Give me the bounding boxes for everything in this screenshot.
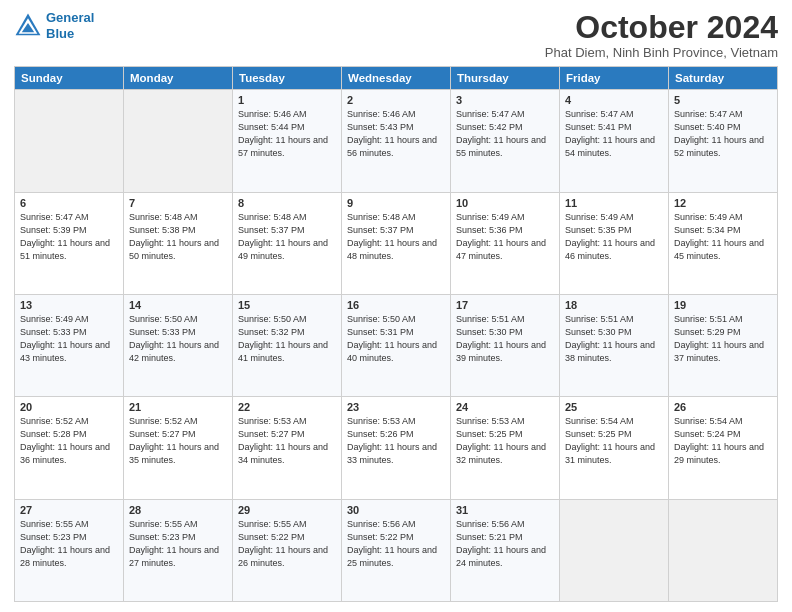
calendar-cell: 25Sunrise: 5:54 AM Sunset: 5:25 PM Dayli… bbox=[560, 397, 669, 499]
day-info: Sunrise: 5:55 AM Sunset: 5:23 PM Dayligh… bbox=[129, 518, 227, 570]
calendar-cell: 2Sunrise: 5:46 AM Sunset: 5:43 PM Daylig… bbox=[342, 90, 451, 192]
calendar-week-row: 6Sunrise: 5:47 AM Sunset: 5:39 PM Daylig… bbox=[15, 192, 778, 294]
day-info: Sunrise: 5:53 AM Sunset: 5:27 PM Dayligh… bbox=[238, 415, 336, 467]
day-info: Sunrise: 5:47 AM Sunset: 5:42 PM Dayligh… bbox=[456, 108, 554, 160]
calendar-cell: 1Sunrise: 5:46 AM Sunset: 5:44 PM Daylig… bbox=[233, 90, 342, 192]
day-number: 25 bbox=[565, 401, 663, 413]
calendar-cell: 13Sunrise: 5:49 AM Sunset: 5:33 PM Dayli… bbox=[15, 294, 124, 396]
day-info: Sunrise: 5:51 AM Sunset: 5:29 PM Dayligh… bbox=[674, 313, 772, 365]
day-info: Sunrise: 5:47 AM Sunset: 5:41 PM Dayligh… bbox=[565, 108, 663, 160]
calendar-cell bbox=[15, 90, 124, 192]
calendar-cell: 15Sunrise: 5:50 AM Sunset: 5:32 PM Dayli… bbox=[233, 294, 342, 396]
calendar-body: 1Sunrise: 5:46 AM Sunset: 5:44 PM Daylig… bbox=[15, 90, 778, 602]
day-info: Sunrise: 5:48 AM Sunset: 5:38 PM Dayligh… bbox=[129, 211, 227, 263]
day-info: Sunrise: 5:48 AM Sunset: 5:37 PM Dayligh… bbox=[238, 211, 336, 263]
weekday-header: Wednesday bbox=[342, 67, 451, 90]
day-number: 6 bbox=[20, 197, 118, 209]
logo-text: General Blue bbox=[46, 10, 94, 41]
weekday-header: Saturday bbox=[669, 67, 778, 90]
day-info: Sunrise: 5:46 AM Sunset: 5:44 PM Dayligh… bbox=[238, 108, 336, 160]
logo-line2: Blue bbox=[46, 26, 74, 41]
calendar-cell: 5Sunrise: 5:47 AM Sunset: 5:40 PM Daylig… bbox=[669, 90, 778, 192]
day-number: 11 bbox=[565, 197, 663, 209]
calendar-cell: 14Sunrise: 5:50 AM Sunset: 5:33 PM Dayli… bbox=[124, 294, 233, 396]
calendar-cell: 30Sunrise: 5:56 AM Sunset: 5:22 PM Dayli… bbox=[342, 499, 451, 601]
calendar-cell: 17Sunrise: 5:51 AM Sunset: 5:30 PM Dayli… bbox=[451, 294, 560, 396]
calendar-cell: 20Sunrise: 5:52 AM Sunset: 5:28 PM Dayli… bbox=[15, 397, 124, 499]
day-number: 9 bbox=[347, 197, 445, 209]
day-number: 1 bbox=[238, 94, 336, 106]
calendar-cell: 23Sunrise: 5:53 AM Sunset: 5:26 PM Dayli… bbox=[342, 397, 451, 499]
day-info: Sunrise: 5:53 AM Sunset: 5:25 PM Dayligh… bbox=[456, 415, 554, 467]
day-info: Sunrise: 5:56 AM Sunset: 5:21 PM Dayligh… bbox=[456, 518, 554, 570]
calendar-cell: 28Sunrise: 5:55 AM Sunset: 5:23 PM Dayli… bbox=[124, 499, 233, 601]
calendar-cell: 9Sunrise: 5:48 AM Sunset: 5:37 PM Daylig… bbox=[342, 192, 451, 294]
calendar-cell bbox=[669, 499, 778, 601]
calendar-cell: 26Sunrise: 5:54 AM Sunset: 5:24 PM Dayli… bbox=[669, 397, 778, 499]
day-number: 13 bbox=[20, 299, 118, 311]
weekday-row: SundayMondayTuesdayWednesdayThursdayFrid… bbox=[15, 67, 778, 90]
day-number: 16 bbox=[347, 299, 445, 311]
day-number: 15 bbox=[238, 299, 336, 311]
calendar-cell: 21Sunrise: 5:52 AM Sunset: 5:27 PM Dayli… bbox=[124, 397, 233, 499]
calendar-cell: 7Sunrise: 5:48 AM Sunset: 5:38 PM Daylig… bbox=[124, 192, 233, 294]
day-number: 27 bbox=[20, 504, 118, 516]
calendar-week-row: 1Sunrise: 5:46 AM Sunset: 5:44 PM Daylig… bbox=[15, 90, 778, 192]
calendar-cell: 29Sunrise: 5:55 AM Sunset: 5:22 PM Dayli… bbox=[233, 499, 342, 601]
day-info: Sunrise: 5:49 AM Sunset: 5:33 PM Dayligh… bbox=[20, 313, 118, 365]
title-block: October 2024 Phat Diem, Ninh Binh Provin… bbox=[545, 10, 778, 60]
day-info: Sunrise: 5:51 AM Sunset: 5:30 PM Dayligh… bbox=[565, 313, 663, 365]
day-number: 26 bbox=[674, 401, 772, 413]
day-info: Sunrise: 5:55 AM Sunset: 5:22 PM Dayligh… bbox=[238, 518, 336, 570]
day-number: 29 bbox=[238, 504, 336, 516]
day-number: 3 bbox=[456, 94, 554, 106]
day-number: 14 bbox=[129, 299, 227, 311]
day-number: 4 bbox=[565, 94, 663, 106]
day-info: Sunrise: 5:54 AM Sunset: 5:25 PM Dayligh… bbox=[565, 415, 663, 467]
day-number: 23 bbox=[347, 401, 445, 413]
weekday-header: Tuesday bbox=[233, 67, 342, 90]
day-info: Sunrise: 5:50 AM Sunset: 5:32 PM Dayligh… bbox=[238, 313, 336, 365]
calendar-cell: 12Sunrise: 5:49 AM Sunset: 5:34 PM Dayli… bbox=[669, 192, 778, 294]
weekday-header: Sunday bbox=[15, 67, 124, 90]
day-info: Sunrise: 5:49 AM Sunset: 5:34 PM Dayligh… bbox=[674, 211, 772, 263]
day-number: 19 bbox=[674, 299, 772, 311]
logo-icon bbox=[14, 12, 42, 40]
day-number: 17 bbox=[456, 299, 554, 311]
day-number: 31 bbox=[456, 504, 554, 516]
calendar-cell: 22Sunrise: 5:53 AM Sunset: 5:27 PM Dayli… bbox=[233, 397, 342, 499]
day-info: Sunrise: 5:53 AM Sunset: 5:26 PM Dayligh… bbox=[347, 415, 445, 467]
month-title: October 2024 bbox=[545, 10, 778, 45]
day-info: Sunrise: 5:47 AM Sunset: 5:39 PM Dayligh… bbox=[20, 211, 118, 263]
day-info: Sunrise: 5:50 AM Sunset: 5:33 PM Dayligh… bbox=[129, 313, 227, 365]
calendar-table: SundayMondayTuesdayWednesdayThursdayFrid… bbox=[14, 66, 778, 602]
logo-line1: General bbox=[46, 10, 94, 25]
calendar-cell: 11Sunrise: 5:49 AM Sunset: 5:35 PM Dayli… bbox=[560, 192, 669, 294]
day-number: 24 bbox=[456, 401, 554, 413]
day-info: Sunrise: 5:51 AM Sunset: 5:30 PM Dayligh… bbox=[456, 313, 554, 365]
day-number: 5 bbox=[674, 94, 772, 106]
day-info: Sunrise: 5:49 AM Sunset: 5:35 PM Dayligh… bbox=[565, 211, 663, 263]
weekday-header: Monday bbox=[124, 67, 233, 90]
calendar-cell: 4Sunrise: 5:47 AM Sunset: 5:41 PM Daylig… bbox=[560, 90, 669, 192]
day-number: 2 bbox=[347, 94, 445, 106]
weekday-header: Friday bbox=[560, 67, 669, 90]
calendar-week-row: 13Sunrise: 5:49 AM Sunset: 5:33 PM Dayli… bbox=[15, 294, 778, 396]
day-info: Sunrise: 5:49 AM Sunset: 5:36 PM Dayligh… bbox=[456, 211, 554, 263]
weekday-header: Thursday bbox=[451, 67, 560, 90]
day-number: 30 bbox=[347, 504, 445, 516]
page: General Blue October 2024 Phat Diem, Nin… bbox=[0, 0, 792, 612]
day-info: Sunrise: 5:50 AM Sunset: 5:31 PM Dayligh… bbox=[347, 313, 445, 365]
day-info: Sunrise: 5:52 AM Sunset: 5:27 PM Dayligh… bbox=[129, 415, 227, 467]
day-info: Sunrise: 5:55 AM Sunset: 5:23 PM Dayligh… bbox=[20, 518, 118, 570]
calendar-cell: 27Sunrise: 5:55 AM Sunset: 5:23 PM Dayli… bbox=[15, 499, 124, 601]
day-info: Sunrise: 5:47 AM Sunset: 5:40 PM Dayligh… bbox=[674, 108, 772, 160]
day-info: Sunrise: 5:52 AM Sunset: 5:28 PM Dayligh… bbox=[20, 415, 118, 467]
calendar-week-row: 27Sunrise: 5:55 AM Sunset: 5:23 PM Dayli… bbox=[15, 499, 778, 601]
logo: General Blue bbox=[14, 10, 94, 41]
calendar-cell: 18Sunrise: 5:51 AM Sunset: 5:30 PM Dayli… bbox=[560, 294, 669, 396]
calendar-cell: 16Sunrise: 5:50 AM Sunset: 5:31 PM Dayli… bbox=[342, 294, 451, 396]
day-number: 10 bbox=[456, 197, 554, 209]
calendar-cell: 24Sunrise: 5:53 AM Sunset: 5:25 PM Dayli… bbox=[451, 397, 560, 499]
day-number: 28 bbox=[129, 504, 227, 516]
